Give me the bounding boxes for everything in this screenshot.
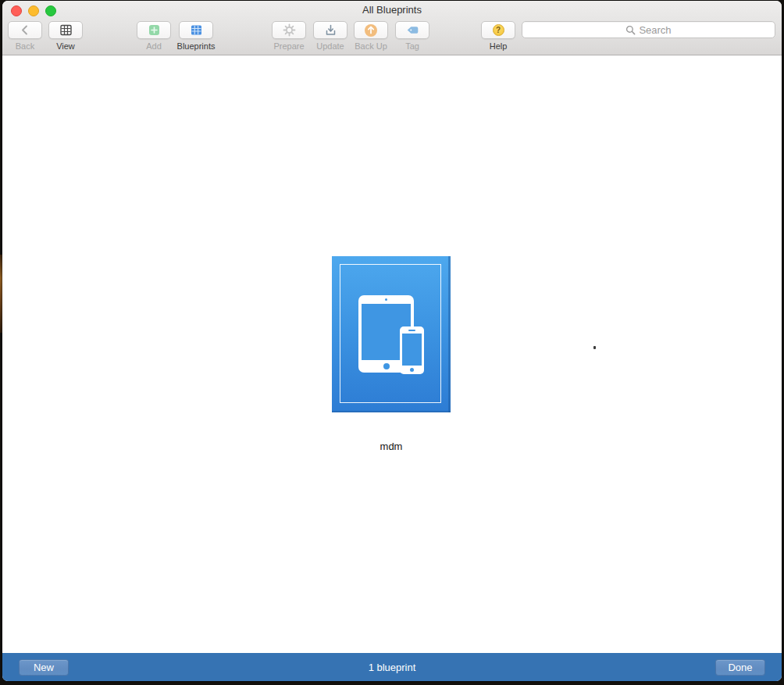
blueprint-name: mdm (380, 441, 403, 452)
search-icon (625, 25, 636, 35)
search-input[interactable]: Search (522, 21, 775, 38)
toolbar-button-add[interactable]: Add (137, 21, 171, 51)
toolbar-button-tag[interactable]: Tag (395, 21, 429, 51)
toolbar: All Blueprints Back View (2, 1, 782, 55)
iphone-icon (400, 326, 424, 374)
back-label: Back (16, 41, 34, 51)
update-label: Update (316, 41, 344, 51)
cursor-dot-artifact (593, 346, 596, 349)
app-window: All Blueprints Back View (2, 1, 782, 681)
backup-button[interactable] (354, 21, 388, 39)
update-download-icon (324, 23, 337, 37)
update-button[interactable] (313, 21, 347, 39)
add-button[interactable] (137, 21, 171, 39)
backup-upload-icon (365, 24, 377, 37)
chevron-left-icon (19, 23, 32, 37)
tag-button[interactable] (395, 21, 429, 39)
toolbar-button-back[interactable]: Back (8, 21, 42, 51)
prepare-label: Prepare (273, 41, 304, 51)
toolbar-button-blueprints[interactable]: Blueprints (179, 21, 213, 51)
add-plus-icon (148, 23, 161, 37)
blueprint-count: 1 blueprint (69, 662, 715, 673)
tag-label: Tag (405, 41, 419, 51)
blueprints-button[interactable] (179, 21, 213, 39)
done-button[interactable]: Done (715, 659, 765, 676)
toolbar-button-help[interactable]: ? Help (481, 21, 515, 51)
blueprint-item-mdm[interactable]: mdm (332, 256, 451, 452)
grid-view-icon (59, 23, 73, 37)
prepare-button[interactable] (272, 21, 306, 39)
new-button[interactable]: New (19, 659, 69, 676)
blueprints-label: Blueprints (177, 41, 216, 51)
view-label: View (56, 41, 75, 51)
blueprints-canvas: mdm (2, 55, 782, 653)
blueprints-grid-icon (190, 23, 203, 37)
add-label: Add (146, 41, 162, 51)
toolbar-button-update[interactable]: Update (313, 21, 347, 51)
gear-icon (283, 23, 296, 37)
toolbar-button-prepare[interactable]: Prepare (272, 21, 306, 51)
footer-bar: New 1 blueprint Done (2, 653, 782, 681)
backup-label: Back Up (355, 41, 387, 51)
help-question-icon: ? (493, 24, 504, 36)
back-button[interactable] (8, 21, 42, 39)
toolbar-button-backup[interactable]: Back Up (354, 21, 388, 51)
search-placeholder: Search (639, 24, 671, 36)
toolbar-button-view[interactable]: View (48, 21, 83, 51)
view-button[interactable] (48, 21, 83, 39)
tag-icon (406, 23, 419, 37)
window-title: All Blueprints (2, 4, 782, 16)
help-label: Help (490, 41, 508, 51)
help-button[interactable]: ? (481, 21, 515, 39)
blueprint-devices-icon[interactable] (332, 256, 451, 412)
